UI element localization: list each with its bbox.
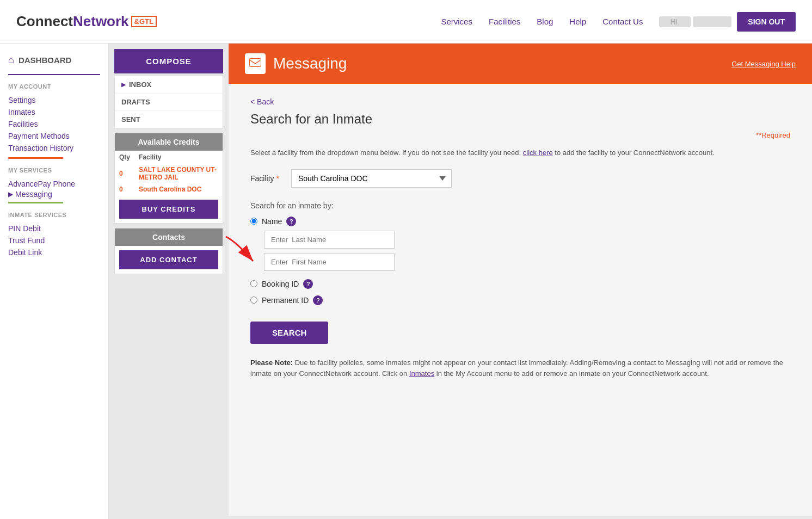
drafts-row[interactable]: DRAFTS	[115, 94, 223, 111]
credit-row-2: 0 South Carolina DOC	[115, 183, 223, 195]
last-name-input[interactable]	[264, 231, 395, 249]
facility-link-2[interactable]: South Carolina DOC	[139, 186, 201, 193]
messaging-header: Messaging Get Messaging Help	[229, 44, 812, 84]
inbox-section: ▶ INBOX DRAFTS SENT	[114, 76, 223, 128]
sidebar-facilities[interactable]: Facilities	[8, 118, 100, 130]
available-credits-section: Available Credits Qty Facility 0 SALT LA…	[114, 133, 223, 224]
note-inmates-link[interactable]: Inmates	[409, 369, 434, 378]
sidebar-debit-link[interactable]: Debit Link	[8, 246, 100, 258]
dashboard-label: ⌂ DASHBOARD	[8, 54, 100, 66]
messaging-header-left: Messaging	[245, 53, 347, 74]
name-radio-input[interactable]	[250, 218, 257, 225]
facility-link-1[interactable]: SALT LAKE COUNTY UT-METRO JAIL	[139, 166, 217, 181]
sent-row[interactable]: SENT	[115, 111, 223, 128]
credits-table: Qty Facility 0 SALT LAKE COUNTY UT-METRO…	[115, 151, 223, 195]
my-account-section: MY ACCOUNT	[8, 83, 100, 90]
inmate-services-section: INMATE SERVICES	[8, 212, 100, 218]
qty-1: 0	[115, 164, 134, 183]
contacts-header: Contacts	[115, 228, 223, 246]
credits-header: Available Credits	[115, 133, 223, 151]
back-link[interactable]: < Back	[250, 97, 274, 106]
required-note: **Required	[250, 131, 790, 139]
name-radio-label[interactable]: Name	[262, 217, 282, 226]
sidebar-transaction-history[interactable]: Transaction History	[8, 142, 100, 154]
search-by-label: Search for an inmate by:	[250, 201, 790, 210]
nav-facilities[interactable]: Facilities	[489, 17, 520, 26]
add-contact-button[interactable]: ADD CONTACT	[119, 250, 218, 269]
facility-required-star: *	[276, 174, 279, 183]
search-button[interactable]: SEARCH	[250, 322, 328, 344]
inbox-label: INBOX	[129, 81, 151, 89]
get-messaging-help-link[interactable]: Get Messaging Help	[731, 60, 796, 68]
logo-network: Network	[73, 13, 129, 29]
sidebar-pin-debit[interactable]: PIN Debit	[8, 223, 100, 234]
main-nav: Services Facilities Blog Help Contact Us	[441, 17, 643, 26]
click-here-link[interactable]: click here	[523, 149, 553, 157]
search-by-section: Search for an inmate by: Name ?	[250, 201, 790, 305]
svg-rect-1	[250, 59, 261, 66]
facility-label: Facility *	[250, 174, 283, 183]
messaging-sidebar-panel: COMPOSE ▶ INBOX DRAFTS SENT Available Cr…	[109, 44, 229, 519]
permanent-id-radio-option: Permanent ID ?	[250, 295, 790, 305]
sidebar-messaging-active[interactable]: ▶ Messaging	[8, 190, 100, 199]
messaging-icon	[245, 53, 266, 74]
dashboard-divider	[8, 74, 100, 75]
facility-col-header: Facility	[134, 151, 223, 164]
sign-out-button[interactable]: SIGN OUT	[737, 12, 796, 32]
booking-id-label[interactable]: Booking ID	[262, 280, 299, 288]
compose-button[interactable]: COMPOSE	[114, 49, 223, 73]
logo-gtl: &GTL	[131, 16, 157, 27]
nav-blog[interactable]: Blog	[537, 17, 553, 26]
nav-services[interactable]: Services	[441, 17, 472, 26]
credit-row-1: 0 SALT LAKE COUNTY UT-METRO JAIL	[115, 164, 223, 183]
name-help-icon[interactable]: ?	[286, 217, 296, 226]
messaging-title-text: Messaging	[273, 55, 347, 72]
note-label: Please Note:	[250, 359, 293, 367]
qty-col-header: Qty	[115, 151, 134, 164]
sidebar-advancepay[interactable]: AdvancePay Phone	[8, 178, 100, 190]
nav-contact-us[interactable]: Contact Us	[602, 17, 643, 26]
permanent-help-icon[interactable]: ?	[313, 295, 323, 305]
user-name	[693, 16, 731, 27]
page-title: Search for an Inmate	[250, 112, 790, 127]
sidebar-inmates[interactable]: Inmates	[8, 106, 100, 118]
facility-form-row: Facility * South Carolina DOC SALT LAKE …	[250, 169, 790, 188]
qty-2: 0	[115, 183, 134, 195]
content-area: < Back Search for an Inmate **Required S…	[229, 84, 812, 516]
logo: ConnectNetwork &GTL	[16, 13, 157, 30]
inbox-row[interactable]: ▶ INBOX	[115, 76, 223, 94]
instruction-text: Select a facility from the dropdown menu…	[250, 147, 790, 158]
home-icon: ⌂	[8, 54, 14, 66]
active-arrow-icon: ▶	[8, 190, 13, 198]
name-radio-group: Name ?	[250, 217, 790, 271]
booking-id-radio-option: Booking ID ?	[250, 279, 790, 289]
main-content: Messaging Get Messaging Help < Back Sear…	[229, 44, 812, 519]
sidebar-settings[interactable]: Settings	[8, 94, 100, 106]
first-name-input[interactable]	[264, 253, 395, 271]
booking-radio-input[interactable]	[250, 280, 257, 287]
name-radio-option: Name ?	[250, 217, 790, 226]
account-divider	[8, 157, 100, 159]
nav-help[interactable]: Help	[569, 17, 586, 26]
contacts-section: Contacts ADD CONTACT	[114, 228, 223, 274]
sent-label: SENT	[121, 115, 140, 123]
name-inputs	[264, 231, 790, 271]
note-text: Please Note: Due to facility policies, s…	[250, 357, 790, 380]
logo-connect: Connect	[16, 13, 73, 29]
buy-credits-button[interactable]: BUY CREDITS	[119, 200, 218, 219]
drafts-label: DRAFTS	[121, 98, 150, 106]
permanent-radio-input[interactable]	[250, 296, 257, 304]
services-divider	[8, 202, 100, 203]
booking-help-icon[interactable]: ?	[303, 279, 313, 289]
hi-greeting: HI,	[659, 17, 731, 26]
sidebar-payment-methods[interactable]: Payment Methods	[8, 130, 100, 142]
main-layout: ⌂ DASHBOARD MY ACCOUNT Settings Inmates …	[0, 44, 812, 519]
sidebar-trust-fund[interactable]: Trust Fund	[8, 234, 100, 246]
inbox-arrow-icon: ▶	[121, 82, 126, 88]
my-services-section: MY SERVICES	[8, 167, 100, 174]
top-navigation: ConnectNetwork &GTL Services Facilities …	[0, 0, 812, 44]
facility-select[interactable]: South Carolina DOC SALT LAKE COUNTY UT-M…	[291, 169, 452, 188]
permanent-id-label[interactable]: Permanent ID	[262, 296, 309, 305]
sidebar: ⌂ DASHBOARD MY ACCOUNT Settings Inmates …	[0, 44, 109, 519]
